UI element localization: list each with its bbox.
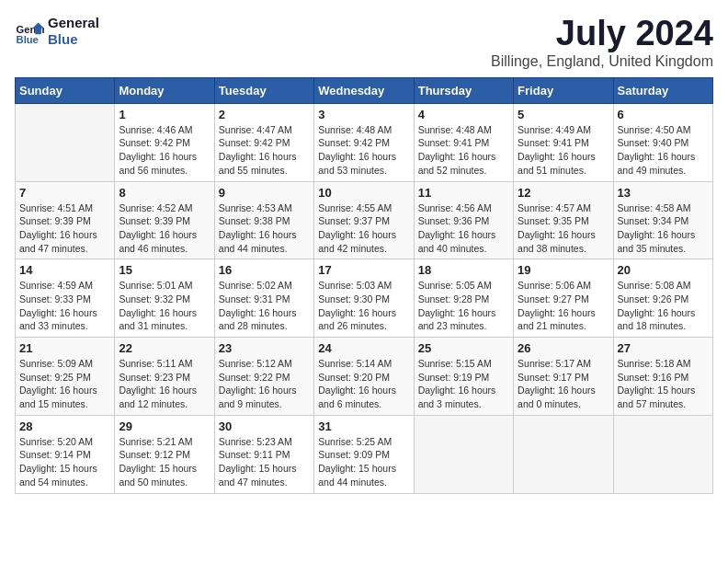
calendar-cell: 6Sunrise: 4:50 AM Sunset: 9:40 PM Daylig…: [613, 103, 712, 181]
day-number: 30: [219, 419, 310, 433]
day-info: Sunrise: 4:59 AM Sunset: 9:33 PM Dayligh…: [19, 279, 110, 333]
day-number: 31: [318, 419, 409, 433]
calendar-cell: 11Sunrise: 4:56 AM Sunset: 9:36 PM Dayli…: [414, 181, 513, 259]
day-info: Sunrise: 4:53 AM Sunset: 9:38 PM Dayligh…: [219, 201, 310, 256]
day-number: 13: [618, 186, 709, 200]
weekday-header-row: SundayMondayTuesdayWednesdayThursdayFrid…: [16, 77, 713, 103]
day-info: Sunrise: 5:02 AM Sunset: 9:31 PM Dayligh…: [219, 279, 310, 333]
day-number: 25: [418, 341, 509, 355]
day-number: 17: [318, 263, 409, 277]
day-number: 10: [318, 186, 409, 200]
day-number: 29: [119, 419, 210, 433]
day-info: Sunrise: 5:03 AM Sunset: 9:30 PM Dayligh…: [318, 279, 409, 333]
day-number: 28: [19, 419, 110, 433]
day-info: Sunrise: 4:49 AM Sunset: 9:41 PM Dayligh…: [518, 123, 609, 178]
weekday-header-tuesday: Tuesday: [214, 77, 313, 103]
day-info: Sunrise: 4:48 AM Sunset: 9:42 PM Dayligh…: [318, 123, 409, 178]
day-info: Sunrise: 5:12 AM Sunset: 9:22 PM Dayligh…: [219, 357, 310, 411]
day-number: 14: [19, 263, 110, 277]
day-info: Sunrise: 4:46 AM Sunset: 9:42 PM Dayligh…: [119, 123, 210, 178]
calendar-cell: 2Sunrise: 4:47 AM Sunset: 9:42 PM Daylig…: [214, 103, 313, 181]
calendar-cell: 8Sunrise: 4:52 AM Sunset: 9:39 PM Daylig…: [115, 181, 214, 259]
day-info: Sunrise: 5:01 AM Sunset: 9:32 PM Dayligh…: [119, 279, 210, 333]
day-number: 24: [318, 341, 409, 355]
logo: General Blue General Blue: [15, 15, 99, 48]
calendar-cell: 30Sunrise: 5:23 AM Sunset: 9:11 PM Dayli…: [214, 415, 313, 493]
day-number: 8: [119, 186, 210, 200]
day-number: 5: [518, 108, 609, 121]
calendar-cell: 5Sunrise: 4:49 AM Sunset: 9:41 PM Daylig…: [514, 103, 613, 181]
day-number: 20: [618, 263, 709, 277]
day-info: Sunrise: 4:50 AM Sunset: 9:40 PM Dayligh…: [618, 123, 709, 178]
day-number: 18: [418, 263, 509, 277]
day-info: Sunrise: 5:15 AM Sunset: 9:19 PM Dayligh…: [418, 357, 509, 411]
calendar-cell: 3Sunrise: 4:48 AM Sunset: 9:42 PM Daylig…: [314, 103, 414, 181]
calendar-cell: 18Sunrise: 5:05 AM Sunset: 9:28 PM Dayli…: [414, 259, 513, 338]
day-info: Sunrise: 4:51 AM Sunset: 9:39 PM Dayligh…: [19, 201, 110, 256]
day-number: 23: [219, 341, 310, 355]
day-number: 3: [318, 108, 409, 121]
svg-text:Blue: Blue: [17, 34, 39, 45]
day-number: 15: [119, 263, 210, 277]
day-info: Sunrise: 5:11 AM Sunset: 9:23 PM Dayligh…: [119, 357, 210, 411]
calendar-cell: 17Sunrise: 5:03 AM Sunset: 9:30 PM Dayli…: [314, 259, 414, 338]
calendar-cell: 4Sunrise: 4:48 AM Sunset: 9:41 PM Daylig…: [414, 103, 513, 181]
day-number: 2: [219, 108, 310, 121]
calendar-cell: 7Sunrise: 4:51 AM Sunset: 9:39 PM Daylig…: [16, 181, 115, 259]
day-info: Sunrise: 4:48 AM Sunset: 9:41 PM Dayligh…: [418, 123, 509, 178]
day-number: 22: [119, 341, 210, 355]
day-info: Sunrise: 4:47 AM Sunset: 9:42 PM Dayligh…: [219, 123, 310, 178]
calendar-week-row: 21Sunrise: 5:09 AM Sunset: 9:25 PM Dayli…: [16, 338, 713, 416]
calendar-week-row: 1Sunrise: 4:46 AM Sunset: 9:42 PM Daylig…: [16, 103, 713, 181]
day-number: 12: [518, 186, 609, 200]
calendar-cell: 16Sunrise: 5:02 AM Sunset: 9:31 PM Dayli…: [214, 259, 313, 338]
day-info: Sunrise: 5:21 AM Sunset: 9:12 PM Dayligh…: [119, 435, 210, 489]
weekday-header-friday: Friday: [514, 77, 613, 103]
logo-line2: Blue: [48, 31, 99, 48]
calendar-week-row: 14Sunrise: 4:59 AM Sunset: 9:33 PM Dayli…: [16, 259, 713, 338]
calendar-cell: 21Sunrise: 5:09 AM Sunset: 9:25 PM Dayli…: [16, 338, 115, 416]
calendar-cell: 12Sunrise: 4:57 AM Sunset: 9:35 PM Dayli…: [514, 181, 613, 259]
day-number: 9: [219, 186, 310, 200]
day-info: Sunrise: 4:56 AM Sunset: 9:36 PM Dayligh…: [418, 201, 509, 256]
calendar-cell: 19Sunrise: 5:06 AM Sunset: 9:27 PM Dayli…: [514, 259, 613, 338]
day-info: Sunrise: 4:57 AM Sunset: 9:35 PM Dayligh…: [518, 201, 609, 256]
title-block: July 2024 Billinge, England, United King…: [491, 15, 713, 70]
day-info: Sunrise: 5:17 AM Sunset: 9:17 PM Dayligh…: [518, 357, 609, 411]
calendar-week-row: 7Sunrise: 4:51 AM Sunset: 9:39 PM Daylig…: [16, 181, 713, 259]
day-number: 4: [418, 108, 509, 121]
day-info: Sunrise: 5:06 AM Sunset: 9:27 PM Dayligh…: [518, 279, 609, 333]
calendar-cell: 27Sunrise: 5:18 AM Sunset: 9:16 PM Dayli…: [613, 338, 712, 416]
calendar-cell: 31Sunrise: 5:25 AM Sunset: 9:09 PM Dayli…: [314, 415, 414, 493]
calendar-cell: 1Sunrise: 4:46 AM Sunset: 9:42 PM Daylig…: [115, 103, 214, 181]
logo-icon: General Blue: [15, 17, 44, 46]
logo-line1: General: [48, 15, 99, 31]
day-info: Sunrise: 4:52 AM Sunset: 9:39 PM Dayligh…: [119, 201, 210, 256]
day-info: Sunrise: 5:25 AM Sunset: 9:09 PM Dayligh…: [318, 435, 409, 489]
calendar-cell: [414, 415, 513, 493]
day-info: Sunrise: 5:18 AM Sunset: 9:16 PM Dayligh…: [618, 357, 709, 411]
month-year-title: July 2024: [491, 15, 713, 53]
day-info: Sunrise: 5:14 AM Sunset: 9:20 PM Dayligh…: [318, 357, 409, 411]
calendar-cell: 29Sunrise: 5:21 AM Sunset: 9:12 PM Dayli…: [115, 415, 214, 493]
calendar-cell: [16, 103, 115, 181]
day-info: Sunrise: 5:09 AM Sunset: 9:25 PM Dayligh…: [19, 357, 110, 411]
day-number: 7: [19, 186, 110, 200]
calendar-cell: 22Sunrise: 5:11 AM Sunset: 9:23 PM Dayli…: [115, 338, 214, 416]
calendar-cell: 28Sunrise: 5:20 AM Sunset: 9:14 PM Dayli…: [16, 415, 115, 493]
calendar-cell: [514, 415, 613, 493]
day-number: 1: [119, 108, 210, 121]
weekday-header-sunday: Sunday: [16, 77, 115, 103]
calendar-cell: 24Sunrise: 5:14 AM Sunset: 9:20 PM Dayli…: [314, 338, 414, 416]
day-number: 6: [618, 108, 709, 121]
day-info: Sunrise: 5:20 AM Sunset: 9:14 PM Dayligh…: [19, 435, 110, 489]
page-header: General Blue General Blue July 2024 Bill…: [15, 15, 713, 70]
weekday-header-wednesday: Wednesday: [314, 77, 414, 103]
calendar-week-row: 28Sunrise: 5:20 AM Sunset: 9:14 PM Dayli…: [16, 415, 713, 493]
calendar-cell: 25Sunrise: 5:15 AM Sunset: 9:19 PM Dayli…: [414, 338, 513, 416]
day-info: Sunrise: 5:05 AM Sunset: 9:28 PM Dayligh…: [418, 279, 509, 333]
calendar-cell: 15Sunrise: 5:01 AM Sunset: 9:32 PM Dayli…: [115, 259, 214, 338]
calendar-cell: 14Sunrise: 4:59 AM Sunset: 9:33 PM Dayli…: [16, 259, 115, 338]
calendar-cell: 26Sunrise: 5:17 AM Sunset: 9:17 PM Dayli…: [514, 338, 613, 416]
calendar-cell: 20Sunrise: 5:08 AM Sunset: 9:26 PM Dayli…: [613, 259, 712, 338]
